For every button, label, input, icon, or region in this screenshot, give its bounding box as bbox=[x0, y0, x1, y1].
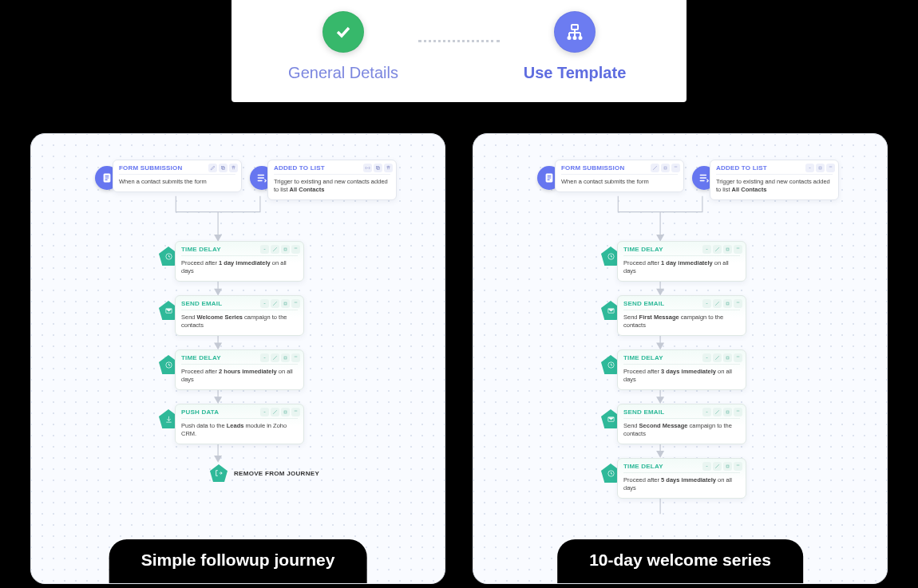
svg-rect-0 bbox=[572, 25, 578, 30]
node-tools[interactable] bbox=[702, 462, 742, 471]
delete-icon[interactable] bbox=[671, 164, 680, 172]
end-label: REMOVE FROM JOURNEY bbox=[234, 470, 319, 477]
delete-icon[interactable] bbox=[384, 164, 393, 172]
node-tools[interactable] bbox=[702, 353, 742, 362]
node-tools[interactable] bbox=[651, 164, 680, 172]
delete-icon[interactable] bbox=[826, 164, 835, 172]
svg-rect-24 bbox=[819, 167, 821, 169]
copy-icon[interactable] bbox=[661, 164, 670, 172]
svg-rect-28 bbox=[726, 302, 729, 305]
node-tools[interactable] bbox=[805, 164, 835, 172]
template-caption: 10-day welcome series bbox=[557, 539, 803, 584]
action-time-delay-2[interactable]: TIME DELAY Proceed after 3 days immediat… bbox=[617, 349, 746, 390]
step-general-details[interactable]: General Details bbox=[271, 11, 415, 82]
edit-icon[interactable] bbox=[651, 164, 659, 172]
delete-icon[interactable] bbox=[291, 299, 300, 308]
delete-icon[interactable] bbox=[734, 408, 742, 416]
action-send-email[interactable]: SEND EMAIL Send First Message campaign t… bbox=[617, 295, 746, 336]
link-icon[interactable] bbox=[260, 299, 269, 308]
edit-icon[interactable] bbox=[713, 462, 722, 471]
action-time-delay-3[interactable]: TIME DELAY Proceed after 5 days immediat… bbox=[617, 458, 746, 499]
wizard-stepper: General Details Use Template bbox=[231, 0, 687, 102]
delete-icon[interactable] bbox=[734, 462, 742, 471]
node-tools[interactable] bbox=[260, 353, 300, 362]
edit-icon[interactable] bbox=[713, 245, 722, 254]
copy-icon[interactable] bbox=[723, 353, 732, 362]
template-card-10-day-welcome[interactable]: FORM SUBMISSION When a contact submits t… bbox=[473, 133, 888, 584]
copy-icon[interactable] bbox=[219, 164, 228, 172]
copy-icon[interactable] bbox=[723, 408, 732, 416]
action-time-delay-2[interactable]: TIME DELAY Proceed after 2 hours immedia… bbox=[175, 349, 304, 390]
action-time-delay[interactable]: TIME DELAY Proceed after 1 day immediate… bbox=[617, 241, 746, 282]
trigger-form-submission[interactable]: FORM SUBMISSION When a contact submits t… bbox=[555, 160, 684, 192]
check-icon bbox=[322, 11, 364, 53]
svg-point-2 bbox=[574, 37, 576, 39]
link-icon[interactable] bbox=[702, 353, 711, 362]
template-card-simple-followup[interactable]: FORM SUBMISSION When a contact submits t… bbox=[30, 133, 445, 584]
copy-icon[interactable] bbox=[723, 299, 732, 308]
node-tools[interactable] bbox=[208, 164, 238, 172]
svg-point-3 bbox=[580, 37, 582, 39]
trigger-form-submission[interactable]: FORM SUBMISSION When a contact submits t… bbox=[113, 160, 242, 192]
delete-icon[interactable] bbox=[291, 408, 300, 416]
svg-rect-11 bbox=[376, 166, 378, 168]
node-desc: Proceed after 1 day immediately on all d… bbox=[181, 259, 298, 275]
link-icon[interactable] bbox=[702, 408, 711, 416]
delete-icon[interactable] bbox=[734, 353, 742, 362]
delete-icon[interactable] bbox=[734, 245, 742, 254]
link-icon[interactable] bbox=[805, 164, 814, 172]
edit-icon[interactable] bbox=[208, 164, 217, 172]
node-tools[interactable] bbox=[363, 164, 393, 172]
node-desc: Proceed after 3 days immediately on all … bbox=[623, 368, 740, 384]
node-tools[interactable] bbox=[702, 299, 742, 308]
copy-icon[interactable] bbox=[281, 353, 290, 362]
edit-icon[interactable] bbox=[271, 408, 279, 416]
edit-icon[interactable] bbox=[271, 299, 279, 308]
step-connector bbox=[418, 40, 500, 42]
copy-icon[interactable] bbox=[374, 164, 382, 172]
delete-icon[interactable] bbox=[291, 353, 300, 362]
svg-rect-18 bbox=[284, 411, 287, 413]
action-time-delay[interactable]: TIME DELAY Proceed after 1 day immediate… bbox=[175, 241, 304, 282]
link-icon[interactable] bbox=[260, 408, 269, 416]
link-icon[interactable] bbox=[702, 245, 711, 254]
node-tools[interactable] bbox=[260, 245, 300, 254]
action-send-email[interactable]: SEND EMAIL Send Welcome Series campaign … bbox=[175, 295, 304, 336]
edit-icon[interactable] bbox=[713, 408, 722, 416]
node-desc: Proceed after 2 hours immediately on all… bbox=[181, 368, 298, 384]
delete-icon[interactable] bbox=[291, 245, 300, 254]
end-remove-from-journey[interactable]: REMOVE FROM JOURNEY bbox=[210, 464, 319, 482]
node-tools[interactable] bbox=[260, 408, 300, 416]
svg-rect-8 bbox=[222, 167, 224, 169]
node-tools[interactable] bbox=[702, 408, 742, 416]
copy-icon[interactable] bbox=[281, 299, 290, 308]
copy-icon[interactable] bbox=[281, 408, 290, 416]
link-icon[interactable] bbox=[702, 299, 711, 308]
trigger-added-to-list[interactable]: ADDED TO LIST Trigger to existing and ne… bbox=[710, 160, 839, 200]
svg-rect-32 bbox=[726, 411, 729, 413]
copy-icon[interactable] bbox=[723, 245, 732, 254]
step-use-template[interactable]: Use Template bbox=[503, 11, 647, 82]
copy-icon[interactable] bbox=[281, 245, 290, 254]
edit-icon[interactable] bbox=[271, 353, 279, 362]
link-icon[interactable] bbox=[363, 164, 372, 172]
edit-icon[interactable] bbox=[271, 245, 279, 254]
copy-icon[interactable] bbox=[723, 462, 732, 471]
action-push-data[interactable]: PUSH DATA Push data to the Leads module … bbox=[175, 404, 304, 444]
action-send-email-2[interactable]: SEND EMAIL Send Second Message campaign … bbox=[617, 404, 746, 444]
link-icon[interactable] bbox=[260, 353, 269, 362]
link-icon[interactable] bbox=[260, 245, 269, 254]
svg-rect-34 bbox=[726, 465, 729, 468]
node-tools[interactable] bbox=[702, 245, 742, 254]
node-tools[interactable] bbox=[260, 299, 300, 308]
link-icon[interactable] bbox=[702, 462, 711, 471]
svg-rect-30 bbox=[726, 357, 729, 359]
node-desc: Send Second Message campaign to the cont… bbox=[623, 422, 740, 438]
delete-icon[interactable] bbox=[734, 299, 742, 308]
edit-icon[interactable] bbox=[713, 353, 722, 362]
trigger-added-to-list[interactable]: ADDED TO LIST Trigger to existing and ne… bbox=[267, 160, 397, 200]
copy-icon[interactable] bbox=[816, 164, 825, 172]
template-icon bbox=[554, 11, 596, 53]
edit-icon[interactable] bbox=[713, 299, 722, 308]
delete-icon[interactable] bbox=[229, 164, 238, 172]
